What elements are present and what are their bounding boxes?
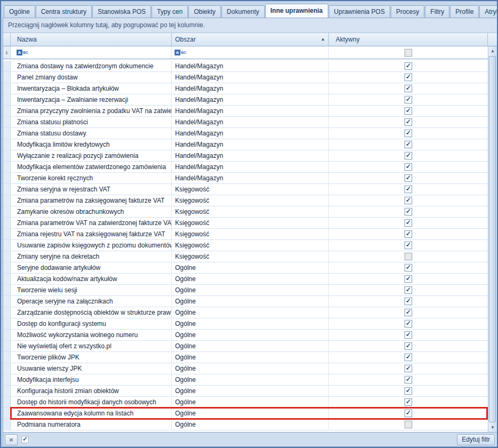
- table-row[interactable]: Zamykanie okresów obrachunkowych Księgow…: [3, 206, 488, 218]
- close-filter-button[interactable]: ×: [5, 434, 18, 445]
- table-row[interactable]: Zmiana dostawy na zatwierdzonym dokumenc…: [3, 61, 488, 72]
- table-row[interactable]: Nie wyświetlaj ofert z wszystko.pl Ogóln…: [3, 341, 488, 352]
- table-row[interactable]: Usuwanie zapisów księgowych z poziomu do…: [3, 240, 488, 251]
- table-row[interactable]: Zmiana seryjna w rejestrach VAT Księgowo…: [3, 184, 488, 195]
- footer-filter-checkbox[interactable]: ✓: [21, 436, 29, 443]
- tab-8[interactable]: Procesy: [391, 5, 424, 18]
- check-icon: ✓: [406, 264, 411, 270]
- aktywny-checkbox[interactable]: ✓: [405, 186, 412, 193]
- table-row[interactable]: Usuwanie wierszy JPK Ogólne ✓: [3, 363, 488, 374]
- cell-aktywny: ✓: [329, 229, 488, 239]
- table-row[interactable]: Tworzenie plików JPK Ogólne ✓: [3, 352, 488, 363]
- tab-7[interactable]: Uprawnienia POS: [329, 5, 390, 18]
- table-row[interactable]: Seryjne dodawanie artykułów Ogólne ✓: [3, 262, 488, 274]
- check-icon: ✓: [406, 107, 411, 114]
- aktywny-checkbox[interactable]: [405, 421, 412, 428]
- aktywny-checkbox[interactable]: ✓: [405, 208, 412, 215]
- tab-4[interactable]: Obiekty: [188, 5, 221, 18]
- table-row[interactable]: Inwentaryzacja – Zwalnianie rezerwacji H…: [3, 94, 488, 106]
- table-row[interactable]: Inwentaryzacja – Blokada artykułów Hande…: [3, 83, 488, 94]
- table-row[interactable]: Zmiana rejestru VAT na zaksięgowanej fak…: [3, 229, 488, 240]
- column-header-aktywny[interactable]: Aktywny: [329, 33, 488, 46]
- aktywny-checkbox[interactable]: ✓: [405, 130, 412, 137]
- aktywny-checkbox[interactable]: ✓: [405, 62, 412, 70]
- aktywny-checkbox[interactable]: ✓: [405, 398, 412, 406]
- scrollbar-thumb[interactable]: [489, 56, 496, 422]
- tab-1[interactable]: Centra struktury: [36, 5, 92, 18]
- table-row[interactable]: Panel zmiany dostaw Handel/Magazyn ✓: [3, 72, 488, 83]
- table-row[interactable]: Podmiana numeratora Ogólne: [3, 419, 488, 430]
- tab-2[interactable]: Stanowiska POS: [92, 5, 151, 18]
- filter-aktywny-checkbox[interactable]: [405, 49, 412, 57]
- scroll-up-icon[interactable]: ▲: [488, 46, 497, 55]
- aktywny-checkbox[interactable]: ✓: [405, 74, 412, 81]
- aktywny-checkbox[interactable]: ✓: [405, 242, 412, 249]
- table-row[interactable]: Operacje seryjne na załącznikach Ogólne …: [3, 296, 488, 307]
- aktywny-checkbox[interactable]: ✓: [405, 96, 412, 103]
- tab-3[interactable]: Typy cen: [152, 5, 188, 18]
- table-row[interactable]: Możliwość wykorzystania wolnego numeru O…: [3, 330, 488, 341]
- aktywny-checkbox[interactable]: ✓: [405, 320, 412, 327]
- aktywny-checkbox[interactable]: ✓: [405, 152, 412, 159]
- tab-11[interactable]: Atrybuty: [479, 5, 498, 18]
- cell-nazwa: Zmiana seryjna w rejestrach VAT: [11, 184, 172, 195]
- table-row[interactable]: Zmiana przyczyny zwolnienia z podatku VA…: [3, 106, 488, 117]
- column-header-nazwa[interactable]: Nazwa: [11, 33, 172, 46]
- table-row[interactable]: Zmiana statusu dostawy Handel/Magazyn ✓: [3, 128, 488, 139]
- table-row[interactable]: Zmiany seryjne na dekretach Księgowość: [3, 251, 488, 262]
- aktywny-checkbox[interactable]: ✓: [405, 298, 412, 305]
- aktywny-checkbox[interactable]: ✓: [405, 219, 412, 227]
- aktywny-checkbox[interactable]: ✓: [405, 354, 412, 361]
- cell-obszar: Handel/Magazyn: [172, 173, 329, 183]
- aktywny-checkbox[interactable]: ✓: [405, 141, 412, 148]
- table-row[interactable]: Modyfikacja elementów zatwierdzonego zam…: [3, 162, 488, 173]
- table-row[interactable]: Aktualizacja kodów/nazw artykułów Ogólne…: [3, 274, 488, 285]
- aktywny-checkbox[interactable]: ✓: [405, 286, 412, 294]
- filter-input-nazwa[interactable]: A BC: [11, 46, 172, 59]
- aktywny-checkbox[interactable]: ✓: [405, 163, 412, 171]
- aktywny-checkbox[interactable]: [405, 253, 412, 260]
- cell-obszar: Księgowość: [172, 218, 329, 228]
- row-indicator-cell: [3, 206, 11, 217]
- tab-6[interactable]: Inne uprawnienia: [265, 4, 328, 18]
- column-header-obszar[interactable]: Obszar ▲: [172, 33, 329, 46]
- aktywny-checkbox[interactable]: ✓: [405, 85, 412, 92]
- aktywny-checkbox[interactable]: ✓: [405, 342, 412, 350]
- aktywny-checkbox[interactable]: ✓: [405, 387, 412, 395]
- table-row[interactable]: Tworzenie wielu sesji Ogólne ✓: [3, 285, 488, 296]
- table-row[interactable]: Dostęp do konfiguracji systemu Ogólne ✓: [3, 318, 488, 330]
- aktywny-checkbox[interactable]: ✓: [405, 331, 412, 339]
- tab-5[interactable]: Dokumenty: [222, 5, 265, 18]
- table-row[interactable]: Tworzenie korekt ręcznych Handel/Magazyn…: [3, 173, 488, 184]
- aktywny-checkbox[interactable]: ✓: [405, 410, 412, 417]
- tab-0[interactable]: Ogólne: [4, 5, 35, 18]
- aktywny-checkbox[interactable]: ✓: [405, 309, 412, 316]
- table-row[interactable]: Wyłączanie z realizacji pozycji zamówien…: [3, 150, 488, 162]
- vertical-scrollbar[interactable]: ▲ ▼: [488, 46, 497, 432]
- table-row[interactable]: Modyfikacja limitów kredytowych Handel/M…: [3, 139, 488, 150]
- aktywny-checkbox[interactable]: ✓: [405, 376, 412, 383]
- aktywny-checkbox[interactable]: ✓: [405, 107, 412, 115]
- table-row[interactable]: Dostęp do historii modyfikacji danych os…: [3, 397, 488, 408]
- table-row[interactable]: Zaawansowana edycja kolumn na listach Og…: [3, 408, 488, 419]
- aktywny-checkbox[interactable]: ✓: [405, 118, 412, 126]
- aktywny-checkbox[interactable]: ✓: [405, 197, 412, 204]
- table-row[interactable]: Modyfikacja interfejsu Ogólne ✓: [3, 374, 488, 386]
- aktywny-checkbox[interactable]: ✓: [405, 264, 412, 271]
- filter-input-obszar[interactable]: A BC: [172, 46, 329, 59]
- aktywny-checkbox[interactable]: ✓: [405, 365, 412, 372]
- table-row[interactable]: Zmiana parametrów na zaksięgowanej faktu…: [3, 195, 488, 206]
- cell-nazwa: Modyfikacja elementów zatwierdzonego zam…: [11, 162, 172, 172]
- table-row[interactable]: Konfiguracja historii zmian obiektów Ogó…: [3, 386, 488, 397]
- table-row[interactable]: Zarządzanie dostępnością obiektów w stru…: [3, 307, 488, 318]
- aktywny-checkbox[interactable]: ✓: [405, 275, 412, 283]
- table-row[interactable]: Zmiana parametrów VAT na zatwierdzonej f…: [3, 218, 488, 229]
- aktywny-checkbox[interactable]: ✓: [405, 230, 412, 238]
- aktywny-checkbox[interactable]: ✓: [405, 174, 412, 182]
- tab-10[interactable]: Profile: [450, 5, 479, 18]
- cell-obszar: Księgowość: [172, 195, 329, 206]
- edit-filter-button[interactable]: Edytuj filtr: [457, 434, 495, 445]
- scroll-down-icon[interactable]: ▼: [488, 423, 497, 432]
- tab-9[interactable]: Filtry: [425, 5, 449, 18]
- table-row[interactable]: Zmiana statusu płatności Handel/Magazyn …: [3, 117, 488, 128]
